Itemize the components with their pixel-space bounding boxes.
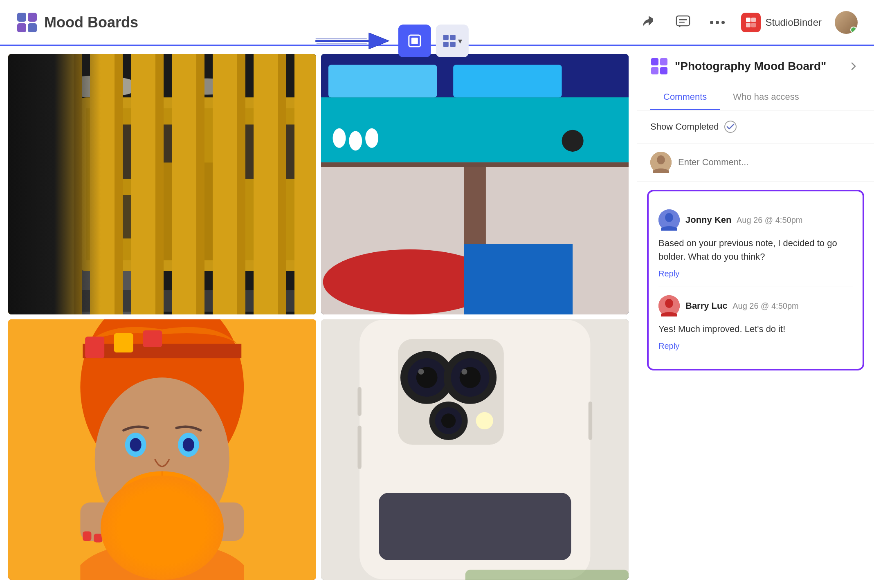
- svg-rect-41: [16, 287, 27, 314]
- comment-time: Aug 26 @ 4:50pm: [732, 301, 799, 310]
- comment-input[interactable]: [678, 157, 861, 168]
- image-grid: [0, 46, 637, 588]
- svg-rect-77: [83, 531, 91, 541]
- svg-rect-31: [276, 125, 316, 179]
- grid-chevron-icon: ▾: [458, 36, 462, 46]
- image-bowling: [321, 54, 629, 314]
- panel-header: "Photography Mood Board" Comments Who ha…: [637, 46, 874, 110]
- completed-check-icon[interactable]: [724, 120, 737, 133]
- svg-rect-42: [59, 287, 70, 314]
- svg-rect-35: [195, 162, 227, 260]
- more-icon: [710, 20, 725, 25]
- svg-rect-48: [453, 65, 562, 98]
- barry-avatar: [658, 295, 680, 316]
- toolbar: ▾: [311, 25, 468, 57]
- svg-point-24: [173, 79, 238, 95]
- svg-rect-8: [443, 35, 448, 40]
- svg-rect-43: [102, 287, 113, 314]
- svg-point-16: [716, 21, 719, 24]
- share-button[interactable]: [638, 12, 659, 33]
- svg-point-71: [183, 438, 194, 451]
- image-woman: [8, 319, 316, 580]
- reply-button[interactable]: Reply: [658, 341, 679, 351]
- svg-point-23: [54, 76, 140, 97]
- svg-rect-9: [450, 35, 455, 40]
- grid-tool-button[interactable]: ▾: [436, 25, 468, 57]
- tab-comments[interactable]: Comments: [650, 85, 720, 110]
- svg-rect-22: [8, 54, 316, 314]
- svg-rect-98: [588, 402, 592, 440]
- svg-point-15: [710, 21, 713, 24]
- studio-binder-logo-icon: [741, 13, 761, 32]
- svg-rect-63: [83, 344, 241, 358]
- select-tool-button[interactable]: [398, 25, 431, 57]
- svg-rect-56: [464, 244, 572, 314]
- svg-rect-36: [75, 97, 316, 271]
- comment-text: Based on your previous note, I decided t…: [658, 236, 853, 263]
- more-options-button[interactable]: [707, 12, 728, 33]
- show-completed-row: Show Completed: [637, 110, 874, 144]
- svg-point-105: [725, 121, 736, 132]
- svg-rect-100: [465, 570, 629, 580]
- chevron-right-icon: [849, 61, 858, 71]
- comment-author: Barry Luc: [685, 301, 728, 311]
- panel-expand-button[interactable]: [846, 59, 861, 74]
- svg-rect-50: [321, 162, 629, 167]
- user-avatar[interactable]: [835, 11, 858, 34]
- reply-button[interactable]: Reply: [658, 269, 679, 278]
- panel-title: "Photography Mood Board": [675, 60, 840, 73]
- svg-rect-101: [651, 58, 658, 65]
- header-actions: StudioBinder: [638, 11, 858, 34]
- svg-rect-99: [379, 493, 571, 560]
- svg-rect-104: [660, 67, 667, 74]
- svg-point-67: [95, 377, 229, 541]
- svg-rect-13: [679, 19, 687, 20]
- comment-item: Jonny Ken Aug 26 @ 4:50pm Based on your …: [658, 201, 853, 287]
- studio-binder-button[interactable]: StudioBinder: [741, 13, 822, 32]
- svg-rect-40: [8, 290, 316, 312]
- highlighted-comment-card: Jonny Ken Aug 26 @ 4:50pm Based on your …: [647, 190, 864, 370]
- svg-rect-27: [86, 108, 316, 260]
- svg-point-111: [665, 299, 673, 308]
- svg-point-94: [441, 413, 455, 428]
- svg-point-70: [130, 438, 141, 451]
- svg-rect-7: [411, 38, 418, 44]
- svg-rect-96: [357, 387, 361, 416]
- svg-rect-38: [8, 293, 316, 297]
- select-icon: [407, 34, 422, 48]
- svg-rect-46: [321, 97, 629, 162]
- comment-item: Barry Luc Aug 26 @ 4:50pm Yes! Much impr…: [658, 287, 853, 359]
- panel-tabs: Comments Who has access: [650, 85, 861, 110]
- svg-rect-47: [328, 65, 436, 98]
- comments-button[interactable]: [672, 12, 694, 33]
- arrow-indicator: [311, 25, 393, 57]
- svg-rect-102: [660, 58, 667, 65]
- jonny-avatar: [658, 209, 680, 231]
- tab-who-has-access[interactable]: Who has access: [720, 85, 812, 110]
- main-container: "Photography Mood Board" Comments Who ha…: [0, 46, 874, 588]
- header: Mood Boards ▾: [0, 0, 874, 46]
- comment-header: Jonny Ken Aug 26 @ 4:50pm: [658, 209, 853, 231]
- right-panel: "Photography Mood Board" Comments Who ha…: [637, 46, 874, 588]
- svg-point-87: [418, 369, 424, 375]
- svg-rect-97: [357, 426, 361, 469]
- comment-header: Barry Luc Aug 26 @ 4:50pm: [658, 295, 853, 316]
- svg-point-57: [349, 131, 362, 150]
- svg-rect-10: [443, 42, 448, 47]
- svg-rect-0: [17, 13, 26, 22]
- svg-point-107: [657, 155, 665, 164]
- image-phone: [321, 319, 629, 580]
- comments-area: Jonny Ken Aug 26 @ 4:50pm Based on your …: [637, 182, 874, 588]
- svg-point-60: [562, 130, 583, 152]
- header-logo: Mood Boards: [16, 12, 138, 33]
- svg-rect-11: [450, 42, 455, 47]
- comment-meta: Barry Luc Aug 26 @ 4:50pm: [685, 301, 799, 311]
- svg-rect-29: [157, 125, 200, 179]
- svg-rect-26: [75, 97, 316, 271]
- comment-author: Jonny Ken: [685, 215, 731, 225]
- svg-rect-65: [114, 333, 133, 352]
- svg-rect-20: [746, 23, 750, 27]
- svg-point-109: [665, 213, 673, 222]
- svg-point-72: [119, 471, 205, 524]
- svg-rect-34: [146, 162, 178, 260]
